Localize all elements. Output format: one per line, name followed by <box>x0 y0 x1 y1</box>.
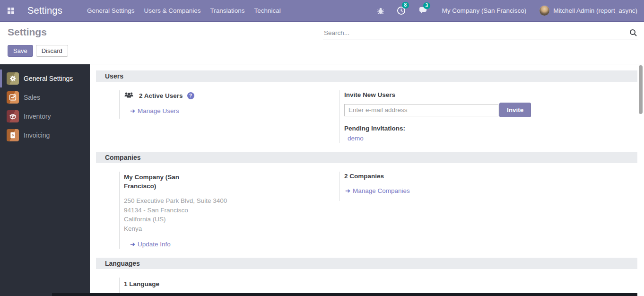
companies-section-body: My Company (San Francisco) 250 Executive… <box>90 172 644 249</box>
address-line: California (US) <box>124 215 339 224</box>
section-users: Users 2 Active Users ? <box>90 70 644 143</box>
user-avatar[interactable] <box>539 5 550 16</box>
sidebar-item-label: Invoicing <box>24 131 50 139</box>
update-info-link[interactable]: ➔ Update Info <box>130 241 339 248</box>
current-company-block: My Company (San Francisco) 250 Executive… <box>119 172 339 249</box>
sidebar-item-general-settings[interactable]: General Settings <box>0 69 90 88</box>
section-companies: Companies My Company (San Francisco) 250… <box>90 152 644 249</box>
gear-icon <box>7 72 19 85</box>
invite-email-input[interactable] <box>344 104 498 116</box>
search-input[interactable] <box>323 29 629 37</box>
section-header-companies: Companies <box>96 152 637 163</box>
pending-invitation-link[interactable]: demo <box>348 135 364 142</box>
arrow-right-icon: ➔ <box>345 188 350 194</box>
page-title: Settings <box>8 26 47 38</box>
sidebar-item-label: Sales <box>24 94 40 101</box>
sidebar-item-inventory[interactable]: Inventory <box>0 107 90 126</box>
debug-bug-icon[interactable] <box>377 7 384 15</box>
invite-button[interactable]: Invite <box>499 103 531 117</box>
top-navbar: Settings General Settings Users & Compan… <box>0 0 644 22</box>
menu-technical[interactable]: Technical <box>250 1 286 20</box>
section-header-users: Users <box>96 70 637 82</box>
sidebar-item-label: Inventory <box>24 113 51 120</box>
search-icon[interactable] <box>629 29 637 37</box>
menu-translations[interactable]: Translations <box>205 1 249 20</box>
navbar-right: 8 3 My Company (San Francisco) Mitchell … <box>365 5 637 16</box>
main-menu: General Settings Users & Companies Trans… <box>82 1 286 20</box>
menu-users-companies[interactable]: Users & Companies <box>139 1 205 20</box>
company-address: 250 Executive Park Blvd, Suite 3400 9413… <box>124 196 339 233</box>
apps-menu-button[interactable] <box>4 4 18 18</box>
company-name: My Company (San Francisco) <box>124 173 199 191</box>
section-header-languages: Languages <box>96 258 637 269</box>
pending-invitations-title: Pending Invitations: <box>344 125 562 132</box>
users-group-icon <box>124 91 134 100</box>
activities-count-badge: 8 <box>402 2 409 9</box>
settings-sidebar: General Settings Sales Inventory $ Invoi… <box>0 64 90 296</box>
sidebar-item-invoicing[interactable]: $ Invoicing <box>0 126 90 145</box>
svg-text:$: $ <box>12 133 14 137</box>
active-users-block: 2 Active Users ? ➔ Manage Users <box>119 90 339 119</box>
address-line: 250 Executive Park Blvd, Suite 3400 <box>124 196 339 206</box>
discard-button[interactable]: Discard <box>36 45 68 57</box>
save-button[interactable]: Save <box>8 45 33 57</box>
arrow-right-icon: ➔ <box>130 108 135 114</box>
languages-count: 1 Language <box>124 280 339 287</box>
manage-users-link[interactable]: ➔ Manage Users <box>130 107 339 114</box>
vertical-scrollbar-thumb[interactable] <box>639 65 643 114</box>
form-buttons: Save Discard <box>8 45 68 57</box>
activities-clock-icon[interactable]: 8 <box>397 6 406 15</box>
active-users-count: 2 Active Users <box>139 92 183 99</box>
help-icon[interactable]: ? <box>187 92 194 99</box>
horizontal-scrollbar[interactable] <box>52 293 637 296</box>
arrow-right-icon: ➔ <box>130 241 135 247</box>
section-title: Users <box>105 72 123 80</box>
app-name[interactable]: Settings <box>27 5 62 16</box>
user-menu[interactable]: Mitchell Admin (report_async) <box>553 7 637 14</box>
invoice-icon: $ <box>7 129 19 141</box>
sidebar-item-sales[interactable]: Sales <box>0 88 90 107</box>
messages-count-badge: 3 <box>423 2 431 9</box>
menu-general-settings[interactable]: General Settings <box>82 1 139 20</box>
address-line: 94134 - San Francisco <box>124 206 339 215</box>
companies-count: 2 Companies <box>344 173 562 180</box>
messages-chat-icon[interactable]: 3 <box>418 7 428 15</box>
section-title: Languages <box>105 260 140 267</box>
sidebar-item-label: General Settings <box>24 75 73 82</box>
content-area: General Settings Sales Inventory $ Invoi… <box>0 64 644 296</box>
company-switcher[interactable]: My Company (San Francisco) <box>442 7 527 14</box>
invite-new-users-title: Invite New Users <box>344 91 562 98</box>
box-icon <box>7 110 19 122</box>
search-bar <box>323 26 638 40</box>
invite-users-block: Invite New Users Invite Pending Invitati… <box>339 90 562 143</box>
manage-companies-link[interactable]: ➔ Manage Companies <box>345 187 562 194</box>
chart-icon <box>7 91 19 104</box>
section-title: Companies <box>105 154 140 161</box>
companies-count-block: 2 Companies ➔ Manage Companies <box>339 172 562 201</box>
users-section-body: 2 Active Users ? ➔ Manage Users Invite N… <box>90 90 644 143</box>
control-panel: Settings Save Discard <box>0 22 644 64</box>
address-line: Kenya <box>124 224 339 234</box>
section-languages: Languages 1 Language <box>90 258 644 296</box>
apps-grid-icon <box>8 8 14 14</box>
settings-panel: Users 2 Active Users ? <box>90 64 644 296</box>
